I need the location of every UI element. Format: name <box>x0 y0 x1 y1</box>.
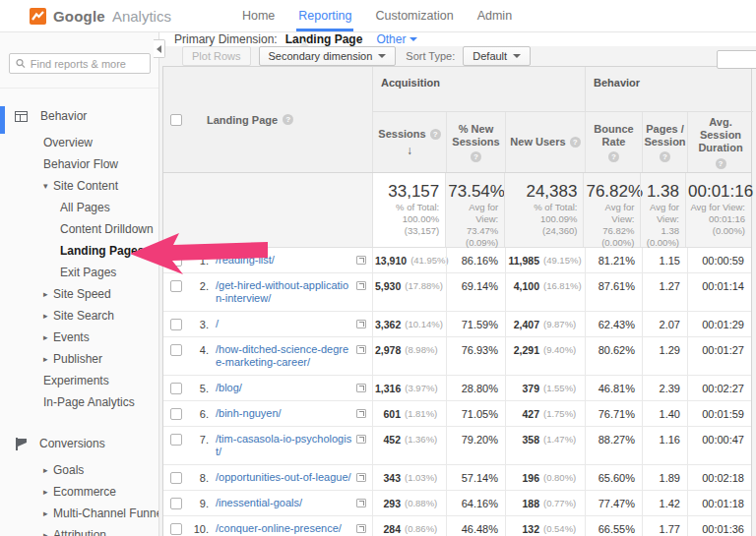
sidebar-item-behavior-flow[interactable]: Behavior Flow <box>0 153 158 175</box>
top-nav-item-home[interactable]: Home <box>230 0 286 31</box>
landing-page-column-label[interactable]: Landing Page <box>207 114 278 126</box>
sessions-column-header[interactable]: Sessions ? ↓ <box>372 112 446 172</box>
table-header: Landing Page ? Acquisition Behavior <box>163 67 751 173</box>
sidebar-item-goals[interactable]: ▸ Goals <box>0 459 158 481</box>
open-in-new-window-icon[interactable] <box>356 435 366 444</box>
row-checkbox[interactable] <box>170 523 182 535</box>
help-icon[interactable]: ? <box>430 129 441 140</box>
row-rank: 6. <box>189 407 209 420</box>
open-in-new-window-icon[interactable] <box>356 384 366 392</box>
help-icon[interactable]: ? <box>716 158 726 169</box>
row-checkbox[interactable] <box>170 498 182 509</box>
pct-new-sessions-cell: 28.80% <box>446 376 505 400</box>
plot-rows-button[interactable]: Plot Rows <box>182 46 251 66</box>
sidebar-item-publisher[interactable]: ▸ Publisher <box>0 348 158 370</box>
row-checkbox[interactable] <box>170 255 182 267</box>
sidebar-item-in-page-analytics[interactable]: In-Page Analytics <box>0 391 158 413</box>
expander-arrow-icon: ▸ <box>43 487 53 497</box>
avg-duration-column-header[interactable]: Avg. Session Duration ? <box>687 112 753 172</box>
help-icon[interactable]: ? <box>471 151 481 162</box>
expander-arrow-icon: ▸ <box>43 354 53 364</box>
top-nav-item-admin[interactable]: Admin <box>466 0 524 31</box>
landing-page-cell: 10. /conquer-online-presence/ <box>189 516 372 536</box>
sidebar-collapse-button[interactable] <box>154 39 165 58</box>
row-checkbox-cell <box>163 337 189 375</box>
open-in-new-window-icon[interactable] <box>356 524 366 533</box>
help-icon[interactable]: ? <box>570 137 581 148</box>
landing-page-link[interactable]: /inessential-goals/ <box>216 497 352 509</box>
row-checkbox-cell <box>163 312 189 336</box>
pages-session-column-header[interactable]: Pages / Session ? <box>642 112 687 172</box>
sidebar-item-site-search[interactable]: ▸ Site Search <box>0 305 158 327</box>
search-input[interactable] <box>31 58 144 70</box>
help-icon[interactable]: ? <box>608 151 619 162</box>
row-checkbox-cell <box>163 516 189 536</box>
report-search-box[interactable] <box>9 53 151 74</box>
bounce-rate-column-header[interactable]: Bounce Rate ? <box>585 112 642 172</box>
sidebar-item-conversions[interactable]: Conversions <box>0 431 158 456</box>
sidebar-item-attribution[interactable]: ▸ Attribution <box>0 524 158 536</box>
sidebar-item-site-speed[interactable]: ▸ Site Speed <box>0 283 158 305</box>
sort-descending-icon[interactable]: ↓ <box>407 145 412 157</box>
bounce-rate-cell: 80.62% <box>585 337 642 375</box>
row-checkbox[interactable] <box>170 408 182 420</box>
section-icon <box>15 438 27 450</box>
sidebar-item-behavior[interactable]: Behavior <box>0 103 158 129</box>
new-users-cell: 2,291 (9.40%) <box>505 337 585 375</box>
help-icon[interactable]: ? <box>283 114 293 125</box>
open-in-new-window-icon[interactable] <box>356 256 366 265</box>
pct-new-sessions-column-header[interactable]: % New Sessions ? <box>446 112 505 172</box>
row-checkbox[interactable] <box>170 319 182 330</box>
landing-page-link[interactable]: /blog/ <box>216 382 352 394</box>
other-dimension-link[interactable]: Other <box>376 32 417 46</box>
top-nav-item-customization[interactable]: Customization <box>363 0 465 31</box>
sidebar-item-ecommerce[interactable]: ▸ Ecommerce <box>0 481 158 503</box>
sort-type-dropdown[interactable]: Default <box>463 46 531 66</box>
new-users-column-header[interactable]: New Users ? <box>505 112 585 172</box>
sidebar-item-experiments[interactable]: Experiments <box>0 370 158 391</box>
open-in-new-window-icon[interactable] <box>356 281 366 290</box>
row-checkbox[interactable] <box>170 280 182 292</box>
sidebar-item-content-drilldown[interactable]: Content Drilldown <box>0 218 158 240</box>
sidebar-item-landing-pages[interactable]: Landing Pages <box>0 240 158 262</box>
expander-arrow-icon: ▸ <box>43 465 53 475</box>
row-checkbox[interactable] <box>170 383 182 394</box>
pct-new-sessions-summary: 73.54% Avg for View: 73.47% (0.09%) <box>445 173 504 247</box>
report-toolbar: Plot Rows Secondary dimension Sort Type:… <box>159 46 756 66</box>
open-in-new-window-icon[interactable] <box>356 345 366 354</box>
secondary-dimension-button[interactable]: Secondary dimension <box>259 46 397 66</box>
sidebar-item-overview[interactable]: Overview <box>0 132 158 153</box>
row-checkbox[interactable] <box>170 434 182 446</box>
open-in-new-window-icon[interactable] <box>356 499 366 507</box>
sessions-cell: 2,978 (8.98%) <box>372 337 446 375</box>
row-checkbox-cell <box>163 273 189 311</box>
sessions-cell: 452 (1.36%) <box>372 427 446 464</box>
sidebar-item-all-pages[interactable]: All Pages <box>0 197 158 218</box>
landing-page-link[interactable]: /binh-nguyen/ <box>216 407 352 420</box>
landing-page-link[interactable]: /how-ditched-science-degree-marketing-ca… <box>216 343 352 369</box>
landing-page-link[interactable]: / <box>216 318 352 330</box>
table-row: 2. /get-hired-without-application-interv… <box>163 273 751 312</box>
landing-page-link[interactable]: /conquer-online-presence/ <box>216 522 352 535</box>
sidebar-item-exit-pages[interactable]: Exit Pages <box>0 262 158 283</box>
primary-dimension-value: Landing Page <box>285 32 363 46</box>
open-in-new-window-icon[interactable] <box>356 473 366 482</box>
sidebar-item-multi-channel-funnels[interactable]: ▸ Multi-Channel Funnels <box>0 503 158 524</box>
select-all-checkbox[interactable] <box>170 114 182 126</box>
sidebar-item-events[interactable]: ▸ Events <box>0 327 158 348</box>
top-nav: Home Reporting Customization Admin <box>230 0 524 31</box>
sessions-summary: 33,157 % of Total: 100.00% (33,157) <box>372 173 445 247</box>
help-icon[interactable]: ? <box>660 151 670 162</box>
open-in-new-window-icon[interactable] <box>356 320 366 328</box>
landing-page-link[interactable]: /tim-casasola-io-psychologist/ <box>216 433 352 458</box>
open-in-new-window-icon[interactable] <box>356 409 366 418</box>
landing-page-link[interactable]: /opportunities-out-of-league/ <box>216 471 352 484</box>
landing-page-link[interactable]: /reading-list/ <box>216 254 352 267</box>
landing-page-link[interactable]: /get-hired-without-application-interview… <box>216 279 352 305</box>
row-checkbox[interactable] <box>170 344 182 356</box>
sidebar-item-site-content[interactable]: ▾ Site Content <box>0 175 158 197</box>
row-checkbox[interactable] <box>170 472 182 484</box>
pages-session-cell: 1.29 <box>642 337 687 375</box>
top-nav-item-reporting[interactable]: Reporting <box>286 0 363 31</box>
table-search-input[interactable] <box>717 50 756 69</box>
